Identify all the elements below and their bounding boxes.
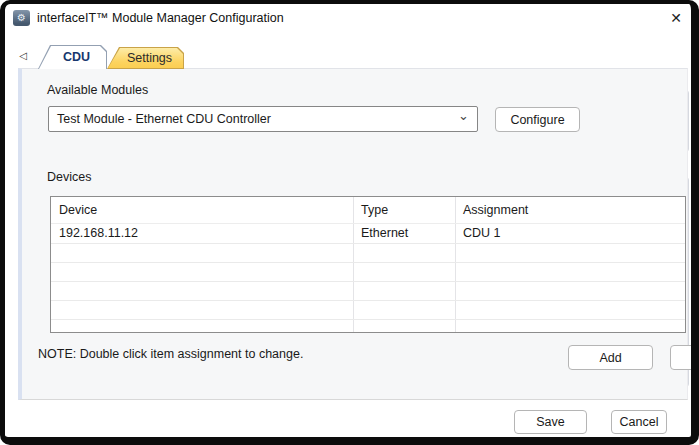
app-icon: ⚙: [13, 10, 30, 26]
tab-settings-label: Settings: [107, 47, 184, 69]
note-text: NOTE: Double click item assignment to ch…: [38, 347, 303, 361]
tab-cdu[interactable]: CDU: [38, 45, 107, 69]
module-dropdown[interactable]: Test Module - Ethernet CDU Controller ⌄: [48, 106, 478, 132]
window-title: interfaceIT™ Module Manager Configuratio…: [37, 11, 284, 25]
table-header-row: Device Type Assignment: [51, 197, 685, 224]
chevron-down-icon: ⌄: [458, 108, 469, 123]
devices-group-label: Devices: [43, 170, 95, 184]
tab-settings[interactable]: Settings: [107, 47, 184, 69]
empty-table-row: [51, 300, 685, 320]
empty-table-row: [51, 281, 685, 301]
available-modules-group-label: Available Modules: [43, 83, 152, 97]
assignment-cell[interactable]: CDU 1: [455, 223, 685, 243]
device-cell[interactable]: 192.168.11.12: [51, 223, 353, 243]
column-header-type: Type: [353, 197, 455, 223]
save-button[interactable]: Save: [514, 410, 587, 434]
empty-table-row: [51, 262, 685, 282]
close-icon[interactable]: ✕: [662, 5, 690, 31]
configure-button[interactable]: Configure: [495, 107, 580, 132]
empty-table-row: [51, 243, 685, 263]
module-dropdown-value: Test Module - Ethernet CDU Controller: [57, 112, 271, 126]
column-header-assignment: Assignment: [455, 197, 685, 223]
tab-cdu-label: CDU: [38, 45, 107, 69]
cancel-button[interactable]: Cancel: [611, 410, 667, 434]
devices-table[interactable]: Device Type Assignment 192.168.11.12 Eth…: [50, 196, 686, 333]
column-header-device: Device: [51, 197, 353, 223]
type-cell[interactable]: Ethernet: [353, 223, 455, 243]
tab-scroll-left-button[interactable]: ◁: [15, 47, 31, 63]
add-button[interactable]: Add: [568, 345, 653, 370]
clipped-button[interactable]: [670, 345, 699, 370]
dialog-window: ⚙ interfaceIT™ Module Manager Configurat…: [0, 0, 699, 445]
table-row[interactable]: 192.168.11.12 Ethernet CDU 1: [51, 223, 685, 244]
